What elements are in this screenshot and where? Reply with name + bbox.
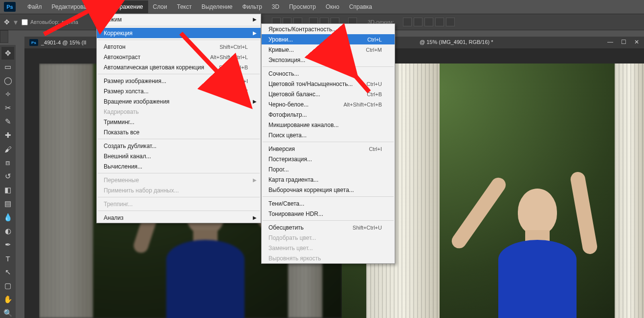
image-menu-item[interactable]: Вычисления... xyxy=(97,161,261,171)
menu-select[interactable]: Выделение xyxy=(197,0,238,13)
image-menu-item[interactable]: Коррекция▶ xyxy=(97,28,261,38)
menu-item-label: Вращение изображения xyxy=(104,98,170,105)
menu-filter[interactable]: Фильтр xyxy=(238,0,267,13)
image-menu-item[interactable]: Вращение изображения▶ xyxy=(97,96,261,106)
adjust-menu-item: Выровнять яркость xyxy=(262,253,395,263)
stamp-tool[interactable]: ⧈ xyxy=(1,156,14,169)
adjust-menu-item[interactable]: Сочность... xyxy=(262,68,395,79)
menu-shortcut: Ctrl+M xyxy=(366,47,382,53)
menu-help[interactable]: Справка xyxy=(344,0,377,13)
adjust-menu-item[interactable]: Уровни...Ctrl+L xyxy=(262,34,395,44)
adjust-menu-item[interactable]: Выборочная коррекция цвета... xyxy=(262,185,395,195)
adjust-menu-item[interactable]: Черно-белое...Alt+Shift+Ctrl+B xyxy=(262,99,395,109)
menu-item-label: Коррекция xyxy=(104,30,133,37)
menu-text[interactable]: Текст xyxy=(172,0,197,13)
submenu-arrow-icon: ▶ xyxy=(253,177,257,183)
submenu-arrow-icon: ▶ xyxy=(253,215,257,220)
minimize-icon[interactable]: — xyxy=(607,39,613,45)
collapsed-panel-tab[interactable] xyxy=(0,30,8,43)
eraser-tool[interactable]: ◧ xyxy=(1,184,14,196)
image-menu-item[interactable]: Тримминг... xyxy=(97,117,261,127)
adjust-menu-item[interactable]: Яркость/Контрастность... xyxy=(262,24,395,34)
hand-tool[interactable]: ✋ xyxy=(1,293,14,306)
tab-title-left[interactable]: _4901-4 @ 15% (II xyxy=(41,40,87,45)
dodge-tool[interactable]: ◐ xyxy=(1,225,14,237)
menu-shortcut: Ctrl+I xyxy=(369,146,382,152)
autoselect-label: Автовыбор: xyxy=(30,19,59,25)
type-tool[interactable]: T xyxy=(1,252,14,265)
adjust-menu-item[interactable]: Экспозиция... xyxy=(262,55,395,65)
menu-separator xyxy=(98,26,260,26)
history-tool[interactable]: ↺ xyxy=(1,170,14,183)
adjust-menu-item[interactable]: Кривые...Ctrl+M xyxy=(262,44,395,55)
menu-image[interactable]: Изображение xyxy=(101,0,148,13)
adjust-menu-item[interactable]: Микширование каналов... xyxy=(262,120,395,130)
image-menu-item[interactable]: Создать дубликат... xyxy=(97,141,261,151)
mode3d-icon[interactable] xyxy=(414,18,422,26)
brush-tool[interactable]: 🖌 xyxy=(1,143,14,155)
mode3d-icon[interactable] xyxy=(403,18,412,26)
image-menu-item: Применить набор данных... xyxy=(97,185,261,195)
move-tool-icon[interactable]: ✥ xyxy=(4,18,10,26)
menu-edit[interactable]: Редактирование xyxy=(47,0,101,13)
autoselect-group: группа xyxy=(62,19,78,25)
adjust-menu-item[interactable]: Цветовой баланс...Ctrl+B xyxy=(262,89,395,99)
adjust-menu-item[interactable]: Постеризация... xyxy=(262,154,395,164)
crop-tool[interactable]: ✂ xyxy=(1,102,14,114)
adjust-menu-item[interactable]: Тени/Света... xyxy=(262,198,395,209)
adjust-menu-item[interactable]: ОбесцветитьShift+Ctrl+U xyxy=(262,222,395,233)
zoom-tool[interactable]: 🔍 xyxy=(1,307,14,318)
shape-tool[interactable]: ▢ xyxy=(1,279,14,292)
menu-item-label: Уровни... xyxy=(268,36,293,43)
move-tool[interactable]: ✥ xyxy=(1,47,14,60)
image-menu-item[interactable]: Внешний канал... xyxy=(97,151,261,161)
adjust-menu-item[interactable]: ИнверсияCtrl+I xyxy=(262,144,395,154)
menu-shortcut: Shift+Ctrl+B xyxy=(219,64,248,70)
menu-3d[interactable]: 3D xyxy=(267,0,284,13)
menu-item-label: Треппинг... xyxy=(104,201,133,208)
path-tool[interactable]: ↖ xyxy=(1,266,14,278)
adjust-menu-item[interactable]: Порог... xyxy=(262,164,395,174)
autoselect-checkbox[interactable]: Автовыбор: группа xyxy=(22,19,78,25)
adjust-menu-item[interactable]: Тонирование HDR... xyxy=(262,209,395,219)
mode3d-icon[interactable] xyxy=(446,18,455,26)
mode3d-icons xyxy=(403,18,455,26)
maximize-icon[interactable]: ☐ xyxy=(621,39,626,45)
menu-item-label: Порог... xyxy=(268,166,289,173)
menu-item-label: Тонирование HDR... xyxy=(268,211,323,217)
menu-window[interactable]: Окно xyxy=(321,0,344,13)
menu-item-label: Переменные xyxy=(104,177,139,184)
image-menu-item[interactable]: Показать все xyxy=(97,127,261,137)
adjust-menu-item[interactable]: Поиск цвета... xyxy=(262,130,395,140)
wand-tool[interactable]: ✧ xyxy=(1,88,14,101)
image-menu-item[interactable]: Размер изображения...Alt+Ctrl+I xyxy=(97,76,261,86)
image-menu-item[interactable]: Режим▶ xyxy=(97,14,261,24)
eyedropper-tool[interactable]: ✎ xyxy=(1,115,14,128)
image-menu-item[interactable]: АвтотонShift+Ctrl+L xyxy=(97,42,261,52)
lasso-tool[interactable]: ◯ xyxy=(1,74,14,87)
adjust-menu-item[interactable]: Карта градиента... xyxy=(262,174,395,185)
menu-item-label: Тримминг... xyxy=(104,119,134,126)
tab-title-right[interactable]: @ 15% (IMG_4901, RGB/16) * xyxy=(420,39,493,45)
menu-item-label: Выровнять яркость xyxy=(268,255,321,262)
menu-separator xyxy=(263,142,394,142)
pen-tool[interactable]: ✒ xyxy=(1,238,14,251)
menu-file[interactable]: Файл xyxy=(22,0,47,13)
healing-tool[interactable]: ✚ xyxy=(1,129,14,142)
menu-layers[interactable]: Слои xyxy=(148,0,172,13)
adjust-menu-item[interactable]: Цветовой тон/Насыщенность...Ctrl+U xyxy=(262,79,395,89)
adjust-menu-item[interactable]: Фотофильтр... xyxy=(262,109,395,120)
mode3d-icon[interactable] xyxy=(435,18,444,26)
mode3d-icon[interactable] xyxy=(424,18,433,26)
image-menu-item[interactable]: АвтоконтрастAlt+Shift+Ctrl+L xyxy=(97,52,261,62)
image-menu-item[interactable]: Анализ▶ xyxy=(97,212,261,223)
close-icon[interactable]: ✕ xyxy=(634,39,639,45)
autoselect-check[interactable] xyxy=(22,19,28,25)
marquee-tool[interactable]: ▭ xyxy=(1,61,14,73)
image-menu-item[interactable]: Размер холста...Alt+Ctrl+C xyxy=(97,86,261,96)
menu-view[interactable]: Просмотр xyxy=(284,0,321,13)
blur-tool[interactable]: 💧 xyxy=(1,211,14,224)
image-menu-item[interactable]: Автоматическая цветовая коррекцияShift+C… xyxy=(97,62,261,72)
gradient-tool[interactable]: ▤ xyxy=(1,197,14,210)
menu-shortcut: Shift+Ctrl+U xyxy=(353,225,382,231)
